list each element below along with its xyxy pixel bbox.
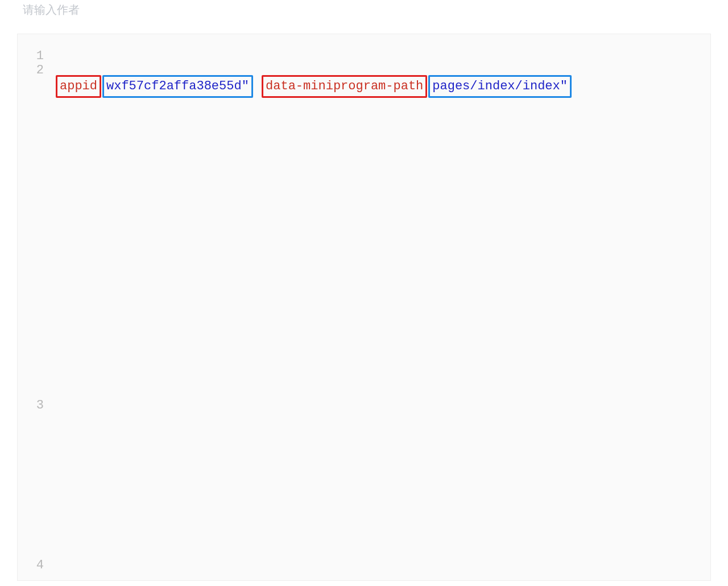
- line-number: 4: [18, 558, 44, 572]
- highlight-path-val: pages/index/index": [432, 79, 568, 93]
- code-editor[interactable]: 1 2 3 4 appidwxf57cf2affa38e55d" data-mi…: [17, 34, 711, 581]
- line-number: 2: [18, 63, 44, 77]
- code-token: [55, 129, 96, 143]
- line-number: 1: [18, 49, 44, 63]
- highlight-appid-val: wxf57cf2affa38e55d": [106, 79, 249, 93]
- code-content[interactable]: appidwxf57cf2affa38e55d" data-miniprogra…: [49, 34, 710, 580]
- highlight-appid-key: appid: [60, 79, 97, 93]
- line-number: 3: [18, 398, 44, 412]
- line-number-gutter: 1 2 3 4: [18, 34, 49, 580]
- highlight-path-key: data-miniprogram-path: [266, 79, 423, 93]
- line-gap-2: [18, 77, 44, 398]
- author-input-placeholder[interactable]: 请输入作者: [0, 0, 728, 20]
- line-gap-3: [18, 412, 44, 558]
